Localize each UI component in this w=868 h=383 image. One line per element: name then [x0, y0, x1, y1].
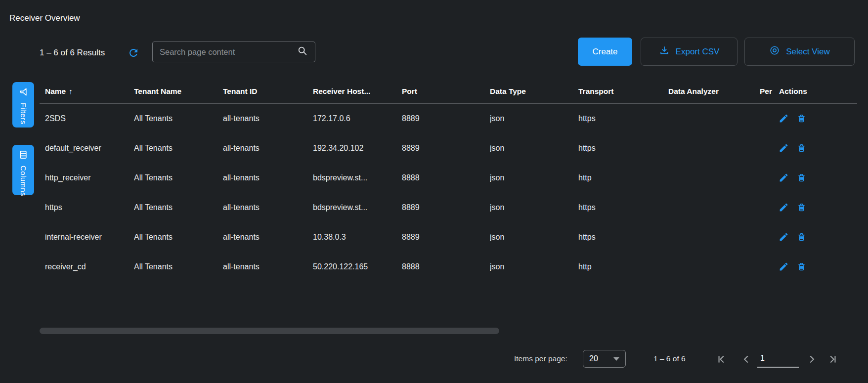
- cell-name: https: [45, 203, 134, 212]
- items-per-page-label: Items per page:: [514, 350, 567, 368]
- column-header-tenant_name[interactable]: Tenant Name: [134, 87, 223, 96]
- edit-pencil-icon[interactable]: [778, 172, 789, 183]
- sidebar-tab-filters[interactable]: Filters: [12, 82, 34, 128]
- delete-trash-icon[interactable]: [796, 202, 807, 213]
- cell-port: 8888: [402, 262, 490, 271]
- delete-trash-icon[interactable]: [796, 172, 807, 183]
- cell-name: receiver_cd: [45, 262, 134, 271]
- edit-pencil-icon[interactable]: [778, 202, 789, 213]
- table-row: httpsAll Tenantsall-tenantsbdspreview.st…: [40, 193, 857, 222]
- delete-trash-icon[interactable]: [796, 232, 807, 243]
- export-csv-label: Export CSV: [676, 47, 720, 57]
- search-icon: [297, 45, 308, 58]
- cell-name: default_receiver: [45, 144, 134, 153]
- select-view-button[interactable]: Select View: [744, 38, 855, 66]
- search-input[interactable]: [153, 42, 297, 62]
- column-header-label: Data Type: [490, 87, 526, 95]
- cell-port: 8889: [402, 144, 490, 153]
- items-per-page-select[interactable]: 20: [583, 350, 626, 368]
- column-header-per[interactable]: Per: [760, 87, 773, 96]
- cell-receiver_host: bdspreview.st...: [313, 203, 402, 212]
- cell-data_type: json: [490, 203, 578, 212]
- last-page-icon: [826, 353, 838, 365]
- cell-data_type: json: [490, 114, 578, 123]
- cell-actions: [775, 202, 857, 213]
- page-number-field: [757, 350, 799, 368]
- cell-data_type: json: [490, 173, 578, 182]
- cell-tenant_name: All Tenants: [134, 173, 223, 182]
- items-per-page-value: 20: [589, 354, 613, 363]
- edit-pencil-icon[interactable]: [778, 232, 789, 243]
- results-count: 1 – 6 of 6 Results: [40, 48, 105, 58]
- table-row: http_receiverAll Tenantsall-tenantsbdspr…: [40, 163, 857, 193]
- cell-transport: http: [578, 173, 668, 182]
- column-header-label: Tenant Name: [134, 87, 181, 95]
- cell-actions: [775, 232, 857, 243]
- column-header-receiver_host[interactable]: Receiver Host...: [313, 87, 402, 96]
- cell-actions: [775, 143, 857, 154]
- last-page-button[interactable]: [826, 353, 838, 365]
- cell-actions: [775, 113, 857, 124]
- cell-tenant_name: All Tenants: [134, 144, 223, 153]
- first-page-button[interactable]: [716, 353, 728, 365]
- column-header-transport[interactable]: Transport: [578, 87, 668, 96]
- cell-receiver_host: bdspreview.st...: [313, 173, 402, 182]
- cell-tenant_name: All Tenants: [134, 262, 223, 271]
- edit-pencil-icon[interactable]: [778, 113, 789, 124]
- cell-tenant_name: All Tenants: [134, 233, 223, 242]
- column-header-label: Tenant ID: [223, 87, 257, 95]
- horizontal-scrollbar-thumb[interactable]: [40, 328, 499, 334]
- cell-transport: https: [578, 233, 668, 242]
- column-header-label: Per: [760, 87, 772, 95]
- columns-tab-label: Columns: [19, 166, 28, 196]
- column-header-data_type[interactable]: Data Type: [490, 87, 578, 96]
- table-row: internal-receiverAll Tenantsall-tenants1…: [40, 222, 857, 252]
- create-button[interactable]: Create: [578, 38, 632, 66]
- cell-tenant_id: all-tenants: [223, 262, 313, 271]
- cell-name: 2SDS: [45, 114, 134, 123]
- refresh-icon: [128, 52, 139, 60]
- cell-tenant_id: all-tenants: [223, 233, 313, 242]
- cell-actions: [775, 261, 857, 272]
- cell-receiver_host: 192.34.20.102: [313, 144, 402, 153]
- sort-ascending-icon: ↑: [69, 87, 73, 95]
- edit-pencil-icon[interactable]: [778, 261, 789, 272]
- page-number-input[interactable]: [757, 350, 799, 367]
- delete-trash-icon[interactable]: [796, 143, 807, 154]
- cell-receiver_host: 10.38.0.3: [313, 233, 402, 242]
- cell-name: http_receiver: [45, 173, 134, 182]
- download-icon: [659, 45, 670, 58]
- search-box: [152, 42, 315, 62]
- table-body: 2SDSAll Tenantsall-tenants172.17.0.68889…: [40, 104, 857, 282]
- column-header-port[interactable]: Port: [402, 87, 490, 96]
- cell-transport: http: [578, 262, 668, 271]
- next-page-button[interactable]: [806, 353, 818, 365]
- column-header-tenant_id[interactable]: Tenant ID: [223, 87, 313, 96]
- column-header-label: Data Analyzer: [668, 87, 719, 95]
- cell-data_type: json: [490, 144, 578, 153]
- refresh-button[interactable]: [128, 47, 139, 59]
- delete-trash-icon[interactable]: [796, 261, 807, 272]
- edit-pencil-icon[interactable]: [778, 143, 789, 154]
- column-header-name[interactable]: Name↑: [45, 87, 134, 96]
- cell-tenant_id: all-tenants: [223, 114, 313, 123]
- cell-port: 8889: [402, 203, 490, 212]
- column-header-label: Receiver Host...: [313, 87, 370, 95]
- sidebar-tab-columns[interactable]: Columns: [12, 145, 34, 195]
- column-header-data_analyzer[interactable]: Data Analyzer: [668, 87, 760, 96]
- cell-receiver_host: 172.17.0.6: [313, 114, 402, 123]
- first-page-icon: [716, 353, 728, 365]
- select-view-label: Select View: [786, 47, 830, 57]
- column-header-label: Transport: [578, 87, 613, 95]
- export-csv-button[interactable]: Export CSV: [641, 38, 738, 66]
- receivers-table: Name↑Tenant NameTenant IDReceiver Host..…: [40, 79, 857, 282]
- cell-tenant_id: all-tenants: [223, 173, 313, 182]
- delete-trash-icon[interactable]: [796, 113, 807, 124]
- column-header-label: Port: [402, 87, 417, 95]
- cell-tenant_id: all-tenants: [223, 203, 313, 212]
- previous-page-icon: [740, 353, 752, 365]
- cell-port: 8889: [402, 114, 490, 123]
- previous-page-button[interactable]: [740, 353, 752, 365]
- table-header-row: Name↑Tenant NameTenant IDReceiver Host..…: [40, 79, 857, 104]
- cell-tenant_id: all-tenants: [223, 144, 313, 153]
